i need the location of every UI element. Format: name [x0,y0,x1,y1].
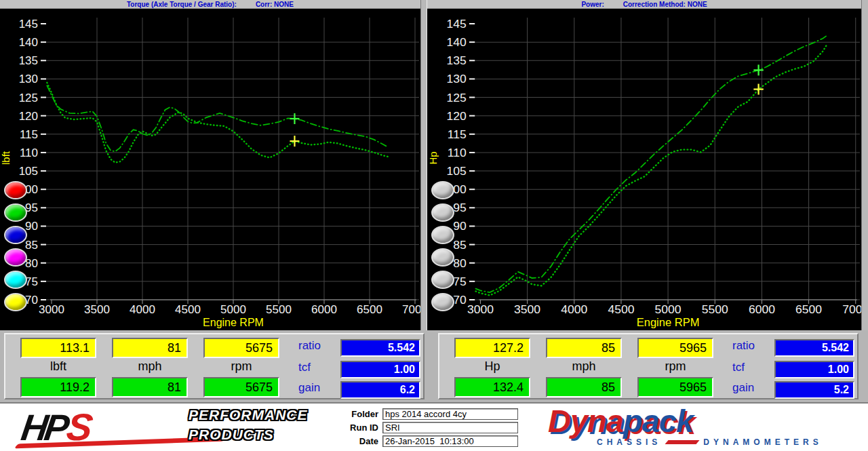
svg-text:70: 70 [25,294,38,307]
svg-text:4500: 4500 [175,303,201,316]
folder-label: Folder [340,409,382,419]
curve-baseline-dotted [47,83,388,163]
gain-value: 5.2 [774,381,854,399]
torque-unit-label: lbft [20,359,96,374]
svg-text:75: 75 [25,275,38,288]
svg-text:4000: 4000 [561,302,587,316]
svg-text:5500: 5500 [266,303,292,316]
date-label: Date [340,436,382,446]
svg-text:3000: 3000 [39,303,64,316]
chart-divider [420,0,427,330]
svg-text:7000: 7000 [842,302,861,316]
run-select-button-gray-5[interactable] [431,271,454,289]
dynapack-logo: Dynapack CHASSISDYNAMOMETERS [544,404,856,451]
run-select-button-red[interactable] [4,181,27,199]
folder-field[interactable] [382,408,518,420]
run-select-button-gray-2[interactable] [431,203,454,222]
speed-cursor-value: 85 [546,338,622,358]
ratio-label: ratio [732,339,770,353]
torque-correction-status: Corr: NONE [256,0,294,9]
gain-value: 6.2 [340,381,420,399]
svg-text:6500: 6500 [357,303,382,316]
hps-logo: HPS PERFORMANCE PRODUCTS [19,405,331,450]
svg-text:75: 75 [453,275,467,288]
x-axis-labels: 300035004000450050005500600065007000 [467,302,861,316]
svg-text:5000: 5000 [655,302,682,316]
svg-text:115: 115 [448,128,467,141]
svg-text:130: 130 [447,73,467,86]
marker-cursor-current-run[interactable] [290,113,299,124]
run-select-button-magenta[interactable] [4,248,27,267]
run-select-button-gray-3[interactable] [431,226,454,244]
power-chart-title: Power: [581,0,604,9]
svg-text:145: 145 [447,17,467,31]
svg-text:5500: 5500 [702,302,728,316]
torque-readout-panel: 113.1 81 5675 lbft mph rpm 119.2 81 5675… [4,333,425,399]
charts-row: Torque (Axle Torque / Gear Ratio): Corr:… [0,0,868,330]
right-edge-strip [861,0,868,330]
svg-text:125: 125 [19,92,38,104]
svg-text:3500: 3500 [84,303,110,316]
y-axis-title: lbft [0,151,12,165]
svg-text:80: 80 [453,256,467,270]
svg-text:6000: 6000 [311,303,337,316]
tcf-value: 1.00 [340,361,420,378]
speed-unit-label: mph [546,359,622,374]
svg-text:90: 90 [453,220,467,233]
power-correction-status: Correction Method: NONE [623,0,707,9]
dynapack-sub-chassis: CHASSIS [597,437,661,447]
svg-text:120: 120 [19,110,38,123]
svg-text:3000: 3000 [467,302,494,316]
rpm-unit-label: rpm [637,359,713,374]
svg-text:4000: 4000 [130,303,155,316]
svg-text:115: 115 [20,128,38,141]
power-chart-header: Power: Correction Method: NONE [427,0,861,9]
run-select-button-gray-6[interactable] [431,293,454,311]
curve-current-run-dashdot [47,85,388,151]
run-id-field[interactable] [382,422,518,433]
marker-cursor-baseline[interactable] [290,136,299,146]
dynapack-word-dyna: Dyna [548,403,623,439]
svg-text:80: 80 [25,257,38,270]
dynapack-subtitle: CHASSISDYNAMOMETERS [597,437,823,447]
svg-text:6500: 6500 [795,302,822,316]
power-unit-label: Hp [454,359,530,374]
run-select-button-yellow[interactable] [4,293,27,311]
gridlines [473,18,860,300]
dynapack-swoosh-graphic [665,440,700,444]
svg-text:135: 135 [19,54,38,67]
run-select-button-blue[interactable] [4,226,27,244]
run-info-form: Folder Run ID Date [340,408,530,448]
run-select-button-green[interactable] [4,203,27,222]
speed-run-value: 85 [546,377,622,397]
rpm-run-value: 5965 [637,377,713,397]
gridlines [45,18,419,300]
power-chart-panel: Power: Correction Method: NONE 707580859… [427,0,861,330]
power-plot[interactable]: 7075808590951001051101151201251301351401… [427,9,861,330]
date-field[interactable] [382,435,518,447]
tcf-label: tcf [298,361,336,374]
svg-text:140: 140 [19,36,38,49]
ratio-value: 5.542 [340,339,420,357]
rpm-unit-label: rpm [203,359,279,374]
svg-text:130: 130 [19,73,38,85]
svg-text:70: 70 [453,293,467,307]
rpm-cursor-value: 5675 [203,338,279,358]
svg-text:110: 110 [448,146,467,159]
torque-plot[interactable]: 7075808590951001051101151201251301351401… [0,9,420,330]
run-id-row: Run ID [340,421,530,433]
dynapack-sub-dynamometers: DYNAMOMETERS [703,437,822,447]
curve-current-run-dashdot [476,35,828,292]
svg-text:85: 85 [453,238,467,252]
svg-text:95: 95 [453,201,467,215]
run-select-button-cyan[interactable] [4,271,27,289]
svg-text:105: 105 [447,164,467,178]
run-select-button-gray-4[interactable] [431,248,454,267]
x-axis-title: Engine RPM [637,316,700,328]
run-select-button-gray-1[interactable] [431,181,454,199]
svg-text:4500: 4500 [608,302,634,316]
power-readout-panel: 127.2 85 5965 Hp mph rpm 132.4 85 5965 r… [438,333,859,399]
dynapack-word-pack: pack [623,403,693,439]
rpm-cursor-value: 5965 [637,338,713,358]
torque-plot-area: 7075808590951001051101151201251301351401… [0,9,420,330]
